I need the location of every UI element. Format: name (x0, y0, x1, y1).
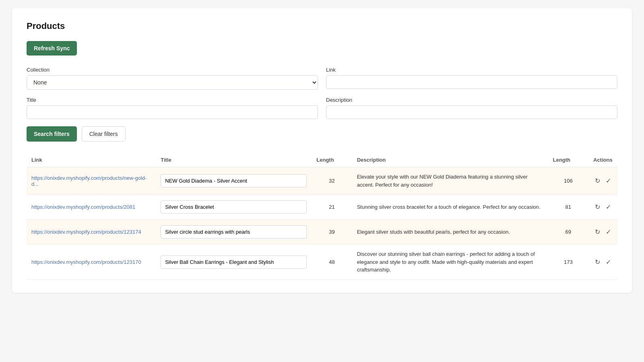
description-cell: Elevate your style with our NEW Gold Dia… (352, 167, 548, 195)
title-input[interactable] (27, 105, 318, 119)
confirm-row-button[interactable]: ✓ (604, 227, 613, 237)
filter-row-2: Title Description (27, 97, 617, 119)
col-header-desc-length: Length (548, 153, 588, 167)
description-cell: Discover our stunning silver ball chain … (352, 245, 548, 280)
description-filter-group: Description (326, 97, 617, 119)
title-length-cell: 21 (312, 195, 352, 220)
collection-select[interactable]: None (27, 75, 318, 90)
actions-cell: ↻ ✓ (588, 220, 617, 245)
title-cell (156, 245, 312, 280)
search-filters-button[interactable]: Search filters (27, 126, 77, 142)
link-cell: https://onixdev.myshopify.com/products/n… (27, 167, 156, 195)
title-edit-input[interactable] (161, 225, 307, 239)
confirm-row-button[interactable]: ✓ (604, 257, 613, 267)
actions-group: ↻ ✓ (593, 257, 613, 267)
description-cell: Elegant silver studs with beautiful pear… (352, 220, 548, 245)
title-label: Title (27, 97, 318, 103)
title-cell (156, 220, 312, 245)
product-link[interactable]: https://onixdev.myshopify.com/products/2… (31, 204, 135, 210)
refresh-row-button[interactable]: ↻ (593, 202, 602, 212)
product-link[interactable]: https://onixdev.myshopify.com/products/1… (31, 259, 141, 265)
products-table: Link Title Length Description Length Act… (27, 153, 617, 280)
refresh-row-button[interactable]: ↻ (593, 227, 602, 237)
link-cell: https://onixdev.myshopify.com/products/1… (27, 245, 156, 280)
table-row: https://onixdev.myshopify.com/products/1… (27, 245, 617, 280)
table-row: https://onixdev.myshopify.com/products/1… (27, 220, 617, 245)
title-edit-input[interactable] (161, 255, 307, 269)
collection-filter-group: Collection None (27, 67, 318, 90)
actions-group: ↻ ✓ (593, 176, 613, 185)
description-cell: Stunning silver cross bracelet for a tou… (352, 195, 548, 220)
desc-length-cell: 81 (548, 195, 588, 220)
page-container: Products Refresh Sync Collection None Li… (12, 8, 632, 293)
title-length-cell: 32 (312, 167, 352, 195)
title-length-cell: 39 (312, 220, 352, 245)
page-title: Products (27, 21, 617, 31)
table-header-row: Link Title Length Description Length Act… (27, 153, 617, 167)
confirm-row-button[interactable]: ✓ (604, 176, 613, 185)
col-header-actions: Actions (588, 153, 617, 167)
title-edit-input[interactable] (161, 174, 307, 187)
actions-cell: ↻ ✓ (588, 195, 617, 220)
desc-length-cell: 173 (548, 245, 588, 280)
refresh-row-button[interactable]: ↻ (593, 176, 602, 185)
filter-actions: Search filters Clear filters (27, 126, 617, 142)
description-input[interactable] (326, 105, 617, 119)
refresh-row-button[interactable]: ↻ (593, 257, 602, 267)
title-filter-group: Title (27, 97, 318, 119)
col-header-title-length: Length (312, 153, 352, 167)
actions-group: ↻ ✓ (593, 227, 613, 237)
clear-filters-button[interactable]: Clear filters (82, 126, 126, 142)
actions-cell: ↻ ✓ (588, 245, 617, 280)
link-cell: https://onixdev.myshopify.com/products/2… (27, 195, 156, 220)
desc-length-cell: 69 (548, 220, 588, 245)
link-filter-group: Link (326, 67, 617, 90)
confirm-row-button[interactable]: ✓ (604, 202, 613, 212)
link-input[interactable] (326, 75, 617, 89)
title-edit-input[interactable] (161, 200, 307, 214)
col-header-description: Description (352, 153, 548, 167)
actions-cell: ↻ ✓ (588, 167, 617, 195)
refresh-sync-button[interactable]: Refresh Sync (27, 41, 77, 56)
filter-row-1: Collection None Link (27, 67, 617, 90)
collection-label: Collection (27, 67, 318, 73)
description-label: Description (326, 97, 617, 103)
table-row: https://onixdev.myshopify.com/products/2… (27, 195, 617, 220)
title-length-cell: 48 (312, 245, 352, 280)
product-link[interactable]: https://onixdev.myshopify.com/products/n… (31, 175, 147, 187)
col-header-title: Title (156, 153, 312, 167)
desc-length-cell: 106 (548, 167, 588, 195)
title-cell (156, 167, 312, 195)
link-label: Link (326, 67, 617, 73)
actions-group: ↻ ✓ (593, 202, 613, 212)
product-link[interactable]: https://onixdev.myshopify.com/products/1… (31, 229, 141, 235)
link-cell: https://onixdev.myshopify.com/products/1… (27, 220, 156, 245)
col-header-link: Link (27, 153, 156, 167)
table-row: https://onixdev.myshopify.com/products/n… (27, 167, 617, 195)
title-cell (156, 195, 312, 220)
